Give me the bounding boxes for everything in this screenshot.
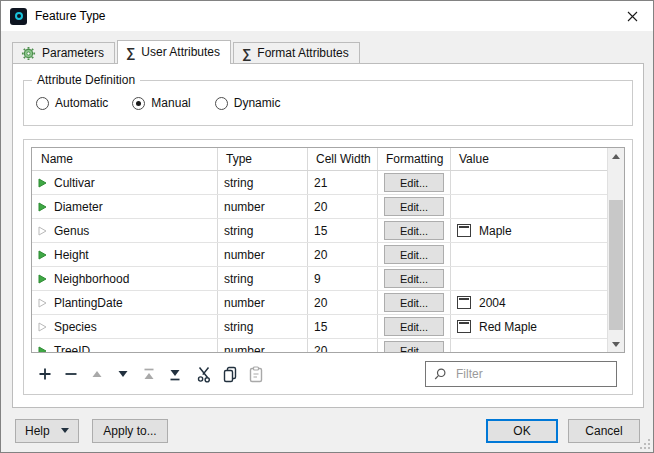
- ok-label: OK: [513, 424, 530, 438]
- move-to-top-icon: [143, 368, 155, 381]
- cut-button[interactable]: [194, 365, 214, 383]
- radio-button-icon: [215, 97, 228, 110]
- scrollbar-thumb[interactable]: [609, 200, 623, 330]
- app-logo-icon: [10, 8, 27, 25]
- attribute-type: number: [218, 291, 308, 314]
- filter-input[interactable]: [454, 366, 609, 382]
- edit-formatting-button[interactable]: Edit...: [384, 269, 444, 288]
- radio-button-icon: [36, 97, 49, 110]
- attribute-definition-group: Attribute Definition Automatic Manual Dy…: [23, 80, 633, 126]
- cancel-button[interactable]: Cancel: [568, 419, 640, 443]
- attribute-grid-container: Name Type Cell Width Formatting Value Cu…: [23, 139, 633, 395]
- table-row[interactable]: Diameter number 20 Edit...: [32, 195, 624, 219]
- paste-icon: [248, 366, 264, 383]
- tab-label: Format Attributes: [257, 46, 348, 60]
- apply-to-button[interactable]: Apply to...: [92, 419, 168, 443]
- attribute-name: Genus: [54, 224, 89, 238]
- edit-formatting-button[interactable]: Edit...: [384, 341, 444, 353]
- ok-button[interactable]: OK: [486, 419, 558, 443]
- edit-formatting-button[interactable]: Edit...: [384, 197, 444, 216]
- tab-parameters[interactable]: Parameters: [12, 42, 115, 63]
- attribute-marker-icon: [38, 202, 48, 212]
- table-row[interactable]: Species string 15 Edit... Red Maple: [32, 315, 624, 339]
- chevron-up-icon: [612, 154, 620, 159]
- triangle-up-icon: [91, 368, 103, 380]
- move-down-button[interactable]: [113, 365, 133, 383]
- help-button[interactable]: Help: [15, 419, 79, 443]
- table-toolbar: [31, 353, 625, 389]
- move-to-bottom-button[interactable]: [165, 365, 185, 383]
- scroll-down-button[interactable]: [608, 336, 624, 352]
- radio-manual[interactable]: Manual: [132, 96, 190, 110]
- sigma-icon: ∑: [242, 47, 251, 60]
- attribute-marker-icon: [38, 298, 48, 308]
- search-icon: [433, 367, 447, 381]
- copy-icon: [222, 366, 238, 383]
- table-row[interactable]: Neighborhood string 9 Edit...: [32, 267, 624, 291]
- attribute-table: Name Type Cell Width Formatting Value Cu…: [31, 147, 625, 353]
- gear-icon: [21, 46, 36, 61]
- attribute-type: number: [218, 195, 308, 218]
- add-attribute-button[interactable]: [35, 365, 55, 383]
- attribute-type: string: [218, 267, 308, 290]
- table-row[interactable]: Genus string 15 Edit... Maple: [32, 219, 624, 243]
- vertical-scrollbar[interactable]: [607, 148, 624, 352]
- attribute-cell-width: 20: [308, 339, 378, 353]
- copy-button[interactable]: [220, 365, 240, 383]
- attribute-value: 2004: [479, 296, 506, 310]
- radio-dynamic[interactable]: Dynamic: [215, 96, 281, 110]
- scroll-up-button[interactable]: [608, 148, 624, 164]
- resize-grip[interactable]: [640, 439, 650, 449]
- column-header-value: Value: [451, 148, 624, 170]
- attribute-marker-icon: [38, 178, 48, 188]
- table-row[interactable]: TreeID number 20 Edit...: [32, 339, 624, 353]
- move-to-top-button[interactable]: [139, 365, 159, 383]
- remove-attribute-button[interactable]: [61, 365, 81, 383]
- tab-label: Parameters: [42, 46, 104, 60]
- attribute-name: PlantingDate: [54, 296, 123, 310]
- edit-formatting-button[interactable]: Edit...: [384, 317, 444, 336]
- move-up-button[interactable]: [87, 365, 107, 383]
- attribute-marker-icon: [38, 346, 48, 354]
- value-type-icon: [457, 296, 471, 309]
- table-row[interactable]: PlantingDate number 20 Edit... 2004: [32, 291, 624, 315]
- table-header-row: Name Type Cell Width Formatting Value: [32, 148, 624, 171]
- window-title: Feature Type: [35, 9, 106, 23]
- value-type-icon: [457, 224, 471, 237]
- edit-formatting-button[interactable]: Edit...: [384, 173, 444, 192]
- edit-formatting-button[interactable]: Edit...: [384, 221, 444, 240]
- value-type-icon: [457, 320, 471, 333]
- cancel-label: Cancel: [585, 424, 622, 438]
- scissors-icon: [196, 366, 212, 383]
- attribute-cell-width: 15: [308, 315, 378, 338]
- close-button[interactable]: [611, 1, 653, 31]
- group-label: Attribute Definition: [32, 73, 140, 87]
- attribute-cell-width: 15: [308, 219, 378, 242]
- attribute-cell-width: 20: [308, 243, 378, 266]
- edit-formatting-button[interactable]: Edit...: [384, 293, 444, 312]
- paste-button[interactable]: [246, 365, 266, 383]
- feature-type-dialog: Feature Type Parameters ∑ User Attribute…: [0, 0, 654, 453]
- attribute-name: Cultivar: [54, 176, 95, 190]
- table-row[interactable]: Cultivar string 21 Edit...: [32, 171, 624, 195]
- attribute-type: string: [218, 315, 308, 338]
- tab-format-attributes[interactable]: ∑ Format Attributes: [233, 42, 360, 63]
- tab-label: User Attributes: [141, 45, 220, 59]
- filter-box: [425, 361, 617, 387]
- attribute-value: Maple: [479, 224, 512, 238]
- attribute-cell-width: 20: [308, 291, 378, 314]
- user-attributes-panel: Attribute Definition Automatic Manual Dy…: [12, 63, 644, 408]
- column-header-type: Type: [218, 148, 308, 170]
- attribute-cell-width: 20: [308, 195, 378, 218]
- column-header-formatting: Formatting: [378, 148, 451, 170]
- column-header-name: Name: [32, 148, 218, 170]
- tab-user-attributes[interactable]: ∑ User Attributes: [117, 40, 231, 64]
- apply-to-label: Apply to...: [103, 424, 156, 438]
- radio-label: Dynamic: [234, 96, 281, 110]
- attribute-type: string: [218, 171, 308, 194]
- radio-label: Manual: [151, 96, 190, 110]
- footer-bar: Help Apply to... OK Cancel: [1, 409, 653, 452]
- edit-formatting-button[interactable]: Edit...: [384, 245, 444, 264]
- table-row[interactable]: Height number 20 Edit...: [32, 243, 624, 267]
- radio-automatic[interactable]: Automatic: [36, 96, 108, 110]
